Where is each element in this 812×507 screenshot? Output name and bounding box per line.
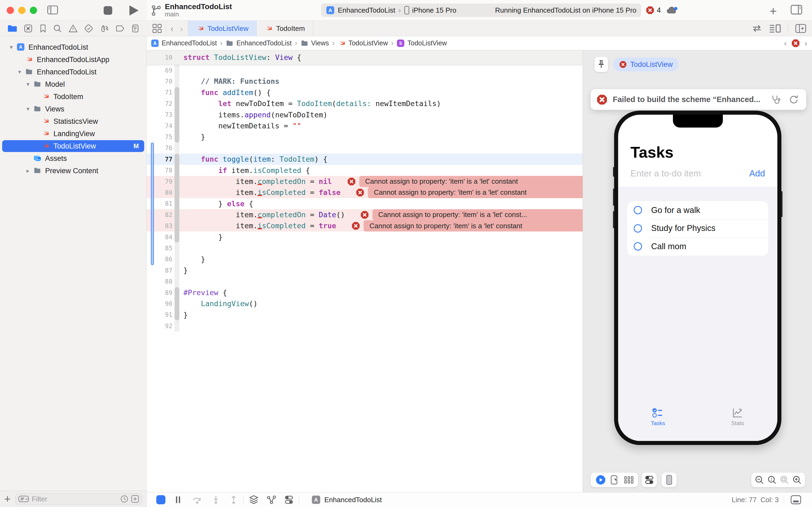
find-icon[interactable] (53, 24, 62, 33)
scheme-selector[interactable]: A EnhancedTodoList › iPhone 15 Pro Runni… (321, 3, 641, 17)
code-line-72[interactable]: 72 let newToDoItem = TodoItem(details: n… (147, 98, 583, 109)
minimize-window-button[interactable] (18, 7, 25, 14)
issue-error-icon[interactable] (791, 39, 800, 48)
code-line-85[interactable]: 85 (147, 242, 583, 253)
code-line-83[interactable]: 83 item.isCompleted = trueCannot assign … (147, 220, 583, 231)
run-destination[interactable]: iPhone 15 Pro (412, 6, 457, 14)
jump-bar[interactable]: AEnhancedTodoList›EnhancedTodoList›Views… (147, 36, 812, 50)
tests-icon[interactable] (84, 24, 93, 33)
previous-issue-icon[interactable]: ‹ (784, 39, 787, 48)
recent-files-clock-icon[interactable] (120, 495, 128, 503)
inline-error-icon[interactable] (347, 177, 356, 186)
code-line-86[interactable]: 86 } (147, 254, 583, 265)
sidebar-item-todoitem[interactable]: TodoItem (0, 91, 147, 103)
add-file-button[interactable]: + (4, 493, 10, 505)
code-line-87[interactable]: 87} (147, 265, 583, 276)
source-control-icon[interactable] (24, 24, 33, 33)
swap-editor-icon[interactable] (752, 24, 762, 33)
todo-row[interactable]: Study for Physics (627, 219, 768, 238)
breadcrumb-item[interactable]: Views (300, 39, 329, 47)
bookmarks-icon[interactable] (40, 24, 47, 33)
zoom-out-icon[interactable] (755, 475, 764, 485)
environment-overrides-icon[interactable] (284, 495, 293, 504)
inline-error-message[interactable]: Cannot assign to property: 'item' is a '… (363, 220, 583, 231)
code-line-90[interactable]: 90 LandingView() (147, 298, 583, 309)
sidebar-item-enhancedtodolistapp[interactable]: EnhancedTodoListApp (0, 53, 147, 66)
live-preview-button[interactable] (595, 475, 606, 485)
app-tab-tasks[interactable]: Tasks (618, 407, 698, 435)
code-line-81[interactable]: 81 } else { (147, 198, 583, 209)
sidebar-item-model[interactable]: ▾Model (0, 78, 147, 91)
disclosure-right-icon[interactable]: ▸ (25, 167, 31, 174)
step-into-icon[interactable] (212, 496, 220, 504)
code-line-75[interactable]: 75 } (147, 131, 583, 142)
preview-device-button[interactable] (666, 475, 673, 485)
zoom-window-button[interactable] (30, 7, 37, 14)
close-window-button[interactable] (7, 7, 14, 14)
breakpoints-icon[interactable] (116, 25, 125, 32)
add-todo-button[interactable]: Add (749, 168, 765, 179)
code-line-92[interactable]: 92 (147, 320, 583, 331)
code-line-77[interactable]: 77 func toggle(item: TodoItem) { (147, 154, 583, 165)
code-line-78[interactable]: 78 if item.isCompleted { (147, 165, 583, 176)
editor-mode-icon[interactable] (791, 495, 801, 504)
editor-tab-todolistview[interactable]: TodoListView (188, 21, 257, 36)
running-process-item[interactable]: A EnhancedTodoList (311, 495, 382, 504)
code-line-71[interactable]: 71 func addItem() { (147, 87, 583, 98)
zoom-100-icon[interactable]: 1 (767, 475, 776, 485)
sidebar-item-landingview[interactable]: LandingView (0, 127, 147, 140)
inline-error-message[interactable]: Cannot assign to property: 'item' is a '… (359, 176, 583, 187)
selectable-preview-button[interactable] (611, 475, 620, 485)
inline-error-message[interactable]: Cannot assign to property: 'item' is a '… (372, 209, 583, 220)
scheme-name[interactable]: EnhancedTodoList (338, 6, 395, 14)
related-items-grid-icon[interactable] (153, 24, 162, 33)
code-line-69[interactable]: 69 (147, 65, 583, 76)
todo-checkbox[interactable] (634, 224, 642, 233)
toggle-inspectors-icon[interactable] (791, 5, 802, 14)
device-settings-button[interactable] (645, 475, 654, 485)
sidebar-item-views[interactable]: ▾Views (0, 103, 147, 115)
disclosure-down-icon[interactable]: ▾ (25, 106, 31, 113)
inline-error-icon[interactable] (351, 221, 360, 230)
breakpoints-toggle-button[interactable] (156, 495, 165, 504)
build-failed-banner[interactable]: Failed to build the scheme “Enhanced... (591, 89, 806, 110)
next-issue-icon[interactable]: › (805, 39, 807, 48)
variants-grid-button[interactable] (624, 476, 633, 484)
zoom-fit-icon[interactable] (780, 475, 789, 485)
todo-checkbox[interactable] (634, 242, 642, 250)
source-control-changes-icon[interactable] (131, 495, 139, 503)
refresh-preview-icon[interactable] (789, 94, 799, 105)
breadcrumb-item[interactable]: TodoListView (338, 39, 388, 47)
sidebar-item-assets[interactable]: Assets (0, 152, 147, 165)
sidebar-item-statisticsview[interactable]: StatisticsView (0, 115, 147, 127)
step-out-icon[interactable] (229, 496, 238, 504)
editor-options-icon[interactable] (769, 24, 781, 33)
inline-error-icon[interactable] (355, 188, 365, 197)
stop-button[interactable] (104, 6, 112, 15)
build-error-count[interactable]: 4 (645, 6, 661, 15)
memory-graph-icon[interactable] (267, 495, 276, 504)
issues-icon[interactable] (68, 24, 77, 33)
app-tab-stats[interactable]: Stats (698, 407, 777, 435)
inline-error-message[interactable]: Cannot assign to property: 'item' is a '… (368, 187, 583, 198)
zoom-in-icon[interactable] (793, 475, 802, 485)
todo-row[interactable]: Go for a walk (627, 201, 768, 219)
disclosure-down-icon[interactable]: ▾ (8, 44, 14, 51)
editor-tab-todoitem[interactable]: TodoItem (257, 21, 313, 36)
code-line-73[interactable]: 73 items.append(newToDoItem) (147, 109, 583, 120)
code-line-70[interactable]: 70 // MARK: Functions (147, 76, 583, 87)
code-line-84[interactable]: 84 } (147, 231, 583, 242)
pin-preview-button[interactable] (594, 57, 608, 72)
preview-target-chip[interactable]: TodoListView (613, 57, 679, 71)
sidebar-item-todolistview[interactable]: TodoListViewM (0, 140, 147, 152)
go-forward-icon[interactable]: › (180, 23, 183, 34)
code-line-79[interactable]: 79 item.completedOn = nilCannot assign t… (147, 176, 583, 187)
add-editor-icon[interactable] (795, 24, 806, 33)
code-line-74[interactable]: 74 newItemDetails = "" (147, 120, 583, 131)
reports-icon[interactable] (131, 24, 139, 33)
view-hierarchy-icon[interactable] (249, 495, 258, 504)
step-over-icon[interactable] (192, 496, 202, 504)
run-button[interactable] (129, 5, 138, 15)
disclosure-down-icon[interactable]: ▾ (25, 81, 31, 88)
go-back-icon[interactable]: ‹ (171, 23, 173, 34)
